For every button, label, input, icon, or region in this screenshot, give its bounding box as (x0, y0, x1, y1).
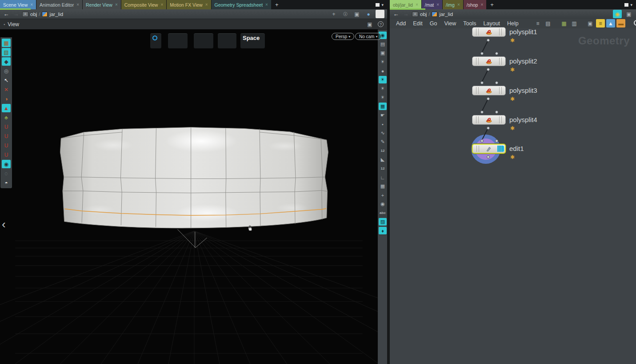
node-input-0[interactable] (480, 139, 484, 142)
headlight-only-icon[interactable]: ☀ (379, 58, 387, 66)
close-icon[interactable]: × (205, 2, 208, 7)
inspect-ring-icon[interactable]: ◌ (2, 169, 11, 178)
hook-tool-icon[interactable]: ∿ (379, 129, 387, 137)
hud-key-2[interactable] (193, 33, 214, 49)
sticky-note-icon[interactable]: ≡ (596, 19, 605, 28)
tab-render-view[interactable]: Render View × (83, 0, 121, 9)
show-points-icon[interactable]: ✎ (379, 138, 387, 146)
forward-icon[interactable]: → (12, 11, 20, 17)
show-dynamics-icon[interactable]: ◆ (2, 57, 11, 66)
back-icon[interactable]: ← (3, 11, 10, 17)
toolbox-icon[interactable]: ▬ (616, 19, 625, 28)
node-polysplit2[interactable] (472, 56, 506, 66)
tab-scene-view[interactable]: Scene View × (0, 0, 36, 9)
hud-key-1[interactable] (168, 33, 188, 49)
translate-tool-icon[interactable]: ✕ (2, 85, 11, 94)
view-pivot-icon[interactable]: ◉ (2, 160, 11, 168)
tab-animation-editor[interactable]: Animation Editor × (36, 0, 82, 9)
pane-grip-icon[interactable]: ▪ (4, 22, 5, 27)
camera-icon[interactable]: ▣ (365, 20, 374, 28)
background-image-icon[interactable]: ▤ (379, 40, 387, 48)
add-light-icon[interactable]: ☀ (379, 85, 387, 92)
node-output[interactable] (487, 97, 490, 100)
show-objects-icon[interactable]: ▦ (2, 39, 11, 47)
pane-window-controls[interactable]: ▾ (372, 0, 387, 9)
node-input-0[interactable] (480, 52, 484, 55)
snapshot-image-icon[interactable]: ▨ (379, 218, 387, 226)
geometry-cube-icon[interactable]: ▣ (352, 10, 361, 18)
close-icon[interactable]: × (30, 2, 33, 7)
pin-icon[interactable]: + (329, 10, 338, 18)
hud-key-space[interactable]: Space (240, 33, 265, 49)
snap-point-icon[interactable]: U (2, 132, 11, 140)
close-icon[interactable]: × (76, 2, 79, 7)
shaded-prims-icon[interactable]: ◣ (379, 156, 387, 163)
close-icon[interactable]: × (160, 2, 163, 7)
prim-numbers-icon[interactable]: 12 (379, 165, 387, 172)
node-input-1[interactable] (495, 81, 498, 84)
tab-motion-fx-view[interactable]: Motion FX View × (167, 0, 211, 9)
scene-light-icon[interactable]: ♦ (379, 227, 387, 234)
node-label[interactable]: polysplit1 (509, 28, 537, 36)
breadcrumb-context[interactable]: obj (30, 12, 37, 17)
find-icon[interactable] (632, 19, 636, 28)
node-label[interactable]: polysplit2 (509, 57, 537, 65)
world-icon[interactable]: ☉ (341, 10, 350, 18)
snapshot-hand-icon[interactable]: ☛ (379, 111, 387, 119)
node-polysplit4[interactable] (472, 115, 506, 125)
point-numbers-icon[interactable]: 12 (379, 147, 387, 154)
maximize-pane-icon[interactable] (376, 3, 380, 7)
node-input-0[interactable] (480, 81, 484, 84)
node-output[interactable] (487, 68, 490, 71)
rotate-tool-icon[interactable]: ◑ (2, 95, 11, 103)
tree-view-icon[interactable]: ≡ (533, 19, 542, 28)
select-tool-icon[interactable]: ↖ (2, 76, 11, 84)
help-icon[interactable]: ? (378, 21, 384, 27)
camera-menu[interactable]: No cam ▾ (355, 33, 381, 40)
snap-grid-icon[interactable]: U (2, 123, 11, 131)
node-edit1[interactable] (472, 144, 506, 154)
visualizers-icon[interactable]: ◉ (379, 200, 387, 208)
snap-edge-icon[interactable]: U (2, 141, 11, 150)
group-overlay-icon[interactable]: ▦ (379, 182, 387, 190)
network-boxes-icon[interactable]: ▥ (570, 19, 579, 28)
node-polysplit3[interactable] (472, 86, 506, 95)
secure-selection-icon[interactable]: ◎ (2, 67, 11, 75)
show-geometry-icon[interactable]: ▧ (2, 48, 11, 56)
node-output[interactable] (487, 155, 490, 158)
high-quality-lighting-icon[interactable]: ☀ (379, 94, 387, 101)
text-overlay-icon[interactable]: abc (379, 209, 387, 217)
divider-dot-icon[interactable]: • (379, 120, 387, 128)
show-normals-icon[interactable]: ∟ (379, 174, 387, 181)
node-output[interactable] (487, 127, 490, 130)
viewport-canvas[interactable] (0, 29, 378, 364)
node-input-1[interactable] (495, 52, 498, 55)
hud-key-mode[interactable] (150, 33, 162, 49)
node-output[interactable] (487, 39, 490, 42)
color-palette-icon[interactable]: ▦ (560, 19, 568, 28)
show-axes-icon[interactable]: + (379, 191, 387, 199)
projection-menu[interactable]: Persp ▾ (332, 33, 354, 40)
material-sphere-icon[interactable]: ● (364, 10, 373, 18)
node-input-1[interactable] (495, 139, 498, 142)
expand-tree-chevron-icon[interactable]: ‹ (2, 218, 6, 230)
pose-tool-icon[interactable]: ▲ (2, 104, 11, 112)
background-image-icon[interactable]: ▲ (606, 19, 615, 28)
material-shading-icon[interactable]: ● (379, 67, 387, 75)
pane-menu-caret-icon[interactable]: ▾ (381, 3, 384, 7)
tab-composite-view[interactable]: Composite View × (121, 0, 167, 9)
node-label[interactable]: edit1 (509, 145, 524, 152)
white-square-icon[interactable] (376, 10, 384, 18)
node-input-1[interactable] (495, 111, 498, 114)
tab-geometry-spreadsheet[interactable]: Geometry Spreadsheet × (212, 0, 271, 9)
paint-tool-icon[interactable]: ♣ (2, 113, 11, 122)
breadcrumb-node[interactable]: jar_lid (49, 12, 63, 17)
node-polysplit1[interactable] (472, 27, 506, 37)
snap-primitive-icon[interactable]: U (2, 150, 11, 159)
display-options-icon[interactable]: ▦ (379, 103, 387, 110)
normal-lighting-icon[interactable]: ☀ (379, 76, 387, 83)
node-input-0[interactable] (480, 111, 484, 114)
hud-key-3[interactable] (217, 33, 237, 49)
display-flag[interactable] (497, 146, 504, 152)
new-tab-button[interactable]: + (272, 0, 282, 9)
